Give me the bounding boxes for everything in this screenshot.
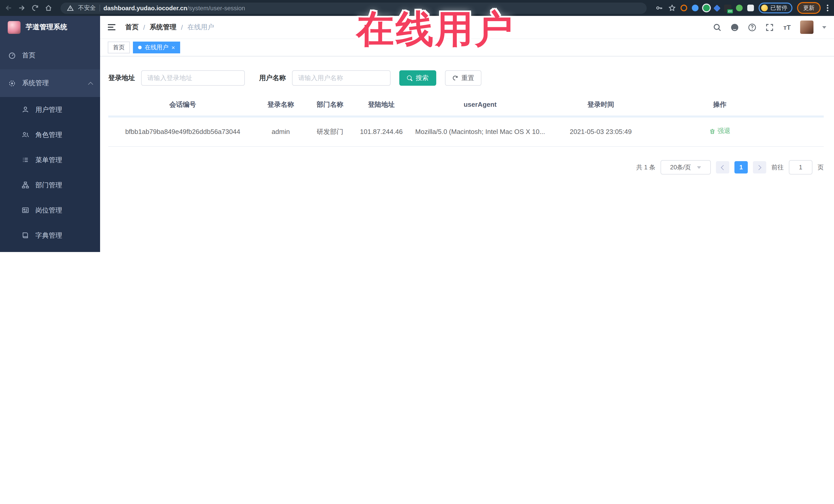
username-cell: admin xyxy=(257,127,304,137)
search-icon[interactable] xyxy=(713,23,722,31)
tag-label: 在线用户 xyxy=(145,44,168,51)
logo-avatar xyxy=(8,21,21,34)
tag-close-icon[interactable]: × xyxy=(171,44,175,50)
forward-icon[interactable] xyxy=(18,4,26,12)
sidebar-item-label: 部门管理 xyxy=(36,180,62,190)
sidebar-item-role-management[interactable]: 角色管理 xyxy=(0,122,100,147)
browser-extensions: en 已暂停 更新 xyxy=(655,2,830,14)
column-header: 操作 xyxy=(648,100,791,110)
avatar-dropdown-icon[interactable] xyxy=(822,26,826,28)
github-icon[interactable] xyxy=(730,23,739,31)
login-time-cell: 2021-05-03 23:05:49 xyxy=(553,127,648,137)
table-header-row: 会话编号 登录名称 部门名称 登陆地址 userAgent 登录时间 操作 xyxy=(108,94,824,117)
sidebar-item-system-management[interactable]: 系统管理 xyxy=(0,69,100,97)
extension-icon[interactable] xyxy=(714,4,721,12)
prev-page-button[interactable] xyxy=(716,161,729,174)
refresh-icon xyxy=(452,75,458,81)
security-label[interactable]: 不安全 xyxy=(78,4,96,12)
sidebar-item-label: 角色管理 xyxy=(36,130,62,139)
fullscreen-icon[interactable] xyxy=(765,23,774,31)
translate-extension-icon[interactable]: en xyxy=(724,4,731,12)
extension-icon[interactable] xyxy=(681,5,687,11)
extension-icon[interactable] xyxy=(736,5,743,11)
sidebar-item-label: 用户管理 xyxy=(36,105,62,114)
sidebar-item-label: 菜单管理 xyxy=(36,155,62,165)
search-icon xyxy=(407,75,413,81)
url-domain: dashboard.yudao.iocoder.cn xyxy=(104,4,187,12)
sidebar-item-label: 字典管理 xyxy=(36,231,62,240)
dept-cell: 研发部门 xyxy=(304,127,356,137)
bookmark-star-icon[interactable] xyxy=(668,4,676,12)
delete-icon xyxy=(709,128,716,134)
column-header: 会话编号 xyxy=(108,100,257,110)
breadcrumb-item-current: 在线用户 xyxy=(188,23,214,32)
next-page-button[interactable] xyxy=(753,161,766,174)
reset-button[interactable]: 重置 xyxy=(445,70,481,86)
users-icon xyxy=(21,131,29,138)
breadcrumb: 首页 / 系统管理 / 在线用户 xyxy=(125,23,214,32)
session-id-cell: bfbb1ab79ba849e49fb26ddb56a73044 xyxy=(108,127,257,137)
reload-icon[interactable] xyxy=(31,4,39,12)
table-row: bfbb1ab79ba849e49fb26ddb56a73044 admin 研… xyxy=(108,117,824,147)
address-bar[interactable]: 不安全 dashboard.yudao.iocoder.cn/system/us… xyxy=(61,2,647,14)
paused-badge[interactable]: 已暂停 xyxy=(759,3,792,13)
action-cell: 强退 xyxy=(648,126,791,137)
browser-window: 不安全 dashboard.yudao.iocoder.cn/system/us… xyxy=(0,0,834,252)
breadcrumb-item[interactable]: 首页 xyxy=(125,23,138,32)
key-icon[interactable] xyxy=(655,4,663,12)
dictionary-icon xyxy=(21,232,29,239)
puzzle-extension-icon[interactable] xyxy=(747,5,754,11)
url-text[interactable]: dashboard.yudao.iocoder.cn/system/user-s… xyxy=(104,4,245,12)
home-icon[interactable] xyxy=(44,4,52,12)
user-avatar[interactable] xyxy=(800,21,813,34)
tag-home[interactable]: 首页 xyxy=(108,42,130,53)
sidebar-item-home[interactable]: 首页 xyxy=(0,42,100,69)
tag-online-users[interactable]: 在线用户 × xyxy=(133,42,180,53)
search-button[interactable]: 搜索 xyxy=(399,70,436,86)
goto-page-input[interactable] xyxy=(789,160,812,175)
extension-icon[interactable] xyxy=(692,5,699,11)
sidebar-toggle-icon[interactable] xyxy=(108,24,115,30)
current-page-button[interactable]: 1 xyxy=(734,161,748,174)
tag-label: 首页 xyxy=(113,44,125,51)
page-unit-label: 页 xyxy=(817,163,824,172)
column-header: userAgent xyxy=(407,100,553,110)
chevron-right-icon xyxy=(756,165,761,170)
online-users-table: 会话编号 登录名称 部门名称 登陆地址 userAgent 登录时间 操作 bf… xyxy=(108,94,824,147)
header-actions: тT xyxy=(713,21,826,34)
app-logo[interactable]: 芋道管理系统 xyxy=(0,16,100,39)
extension-icon[interactable] xyxy=(703,5,710,11)
browser-menu-icon[interactable] xyxy=(825,5,830,11)
sidebar-item-menu-management[interactable]: 菜单管理 xyxy=(0,147,100,172)
ip-cell: 101.87.244.46 xyxy=(356,127,407,137)
annotation-watermark: 在线用户 xyxy=(356,4,514,56)
page-content: 登录地址 用户名称 搜索 重置 会话编号 xyxy=(100,57,834,175)
login-address-input[interactable] xyxy=(141,70,245,86)
sidebar-item-label: 岗位管理 xyxy=(36,205,62,215)
back-icon[interactable] xyxy=(4,4,12,12)
column-header: 部门名称 xyxy=(304,100,356,110)
sidebar-item-post-management[interactable]: 岗位管理 xyxy=(0,198,100,223)
sidebar-item-dict-management[interactable]: 字典管理 xyxy=(0,223,100,248)
warning-icon xyxy=(66,4,74,12)
sidebar-item-user-management[interactable]: 用户管理 xyxy=(0,97,100,122)
column-header: 登陆地址 xyxy=(356,100,407,110)
dashboard-icon xyxy=(8,51,16,59)
url-divider xyxy=(99,5,100,11)
help-icon[interactable] xyxy=(748,23,756,31)
username-label: 用户名称 xyxy=(259,73,286,83)
emoji-extension-icon xyxy=(761,5,768,11)
sidebar-item-notice[interactable]: 通知公告 xyxy=(0,248,100,252)
filter-form: 登录地址 用户名称 搜索 重置 xyxy=(108,70,824,86)
force-logout-button[interactable]: 强退 xyxy=(709,126,730,136)
breadcrumb-item[interactable]: 系统管理 xyxy=(150,23,176,32)
update-label: 更新 xyxy=(803,4,814,12)
sidebar-item-dept-management[interactable]: 部门管理 xyxy=(0,172,100,198)
update-button[interactable]: 更新 xyxy=(797,2,821,14)
column-header: 登录时间 xyxy=(553,100,648,110)
select-caret-icon xyxy=(697,166,701,169)
username-input[interactable] xyxy=(292,70,391,86)
pagination: 共 1 条 20条/页 1 前往 页 xyxy=(108,160,824,175)
font-size-icon[interactable]: тT xyxy=(783,23,791,31)
page-size-select[interactable]: 20条/页 xyxy=(660,160,711,175)
